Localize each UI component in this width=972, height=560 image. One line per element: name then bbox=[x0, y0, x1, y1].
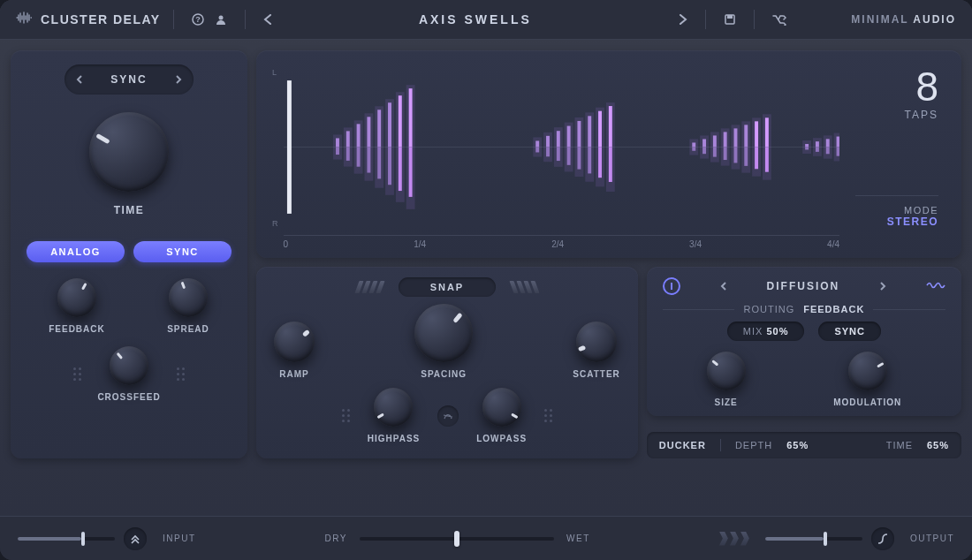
diffusion-power-button[interactable] bbox=[663, 277, 680, 295]
svg-rect-51 bbox=[598, 148, 602, 178]
spread-label: SPREAD bbox=[167, 324, 209, 334]
svg-rect-89 bbox=[836, 137, 839, 148]
diffusion-next-button[interactable] bbox=[876, 278, 890, 294]
axis-tick: 3/4 bbox=[689, 239, 702, 249]
svg-rect-90 bbox=[836, 148, 839, 156]
ducker-depth-value[interactable]: 65% bbox=[786, 440, 809, 450]
mix-control[interactable]: MIX50% bbox=[727, 322, 805, 341]
time-mode-prev[interactable] bbox=[68, 68, 91, 91]
svg-rect-71 bbox=[744, 125, 748, 147]
user-button[interactable] bbox=[209, 10, 232, 29]
dry-label: DRY bbox=[325, 534, 347, 543]
crossfeed-knob[interactable] bbox=[110, 346, 148, 385]
preset-name[interactable]: AXIS SWELLS bbox=[277, 12, 673, 26]
ramp-knob[interactable] bbox=[274, 322, 315, 362]
svg-rect-45 bbox=[577, 148, 581, 170]
svg-rect-56 bbox=[692, 142, 695, 147]
routing-label: ROUTING bbox=[743, 304, 794, 314]
decoration-stripes-icon bbox=[512, 281, 537, 293]
drag-handle-icon bbox=[544, 409, 552, 422]
time-knob[interactable] bbox=[89, 112, 169, 192]
filter-bypass-icon[interactable] bbox=[437, 405, 459, 427]
svg-rect-35 bbox=[546, 136, 550, 148]
svg-rect-41 bbox=[566, 126, 570, 148]
feedback-knob[interactable] bbox=[57, 278, 96, 317]
time-mode-stepper[interactable]: SYNC bbox=[65, 64, 193, 95]
svg-rect-54 bbox=[608, 148, 611, 182]
svg-rect-47 bbox=[588, 116, 591, 147]
size-label: SIZE bbox=[714, 397, 737, 407]
svg-rect-59 bbox=[702, 139, 706, 147]
time-knob-label: TIME bbox=[114, 204, 145, 216]
svg-rect-72 bbox=[744, 148, 748, 166]
highpass-knob[interactable] bbox=[374, 388, 413, 427]
ducker-time-value[interactable]: 65% bbox=[927, 440, 949, 450]
snap-button[interactable]: SNAP bbox=[399, 277, 497, 297]
drag-handle-icon bbox=[342, 409, 350, 422]
viz-mode-value[interactable]: STEREO bbox=[855, 216, 938, 228]
output-curve-button[interactable] bbox=[871, 527, 894, 550]
preset-next-button[interactable] bbox=[673, 11, 693, 28]
svg-rect-18 bbox=[367, 148, 370, 173]
help-button[interactable]: ? bbox=[186, 10, 209, 29]
input-expand-button[interactable] bbox=[124, 527, 147, 550]
svg-rect-74 bbox=[755, 121, 758, 147]
input-slider[interactable] bbox=[18, 537, 115, 541]
lowpass-knob[interactable] bbox=[482, 388, 521, 427]
analog-button[interactable]: ANALOG bbox=[27, 241, 125, 262]
lowpass-label: LOWPASS bbox=[476, 434, 527, 443]
svg-rect-11 bbox=[346, 131, 349, 147]
ducker-label: DUCKER bbox=[659, 440, 706, 450]
diffusion-prev-button[interactable] bbox=[717, 278, 731, 294]
svg-point-2 bbox=[218, 16, 223, 20]
channel-r-label: R bbox=[272, 219, 278, 228]
spacing-label: SPACING bbox=[421, 369, 467, 379]
spread-knob[interactable] bbox=[169, 278, 208, 317]
svg-rect-78 bbox=[764, 148, 768, 172]
svg-rect-39 bbox=[556, 148, 559, 162]
plugin-logo-icon bbox=[16, 11, 32, 27]
save-button[interactable] bbox=[718, 10, 741, 29]
wet-label: WET bbox=[566, 534, 590, 543]
svg-rect-27 bbox=[398, 148, 401, 192]
size-knob[interactable] bbox=[707, 352, 746, 390]
svg-rect-53 bbox=[608, 106, 611, 147]
brand-label: MINIMAL AUDIO bbox=[851, 13, 956, 26]
svg-rect-4 bbox=[727, 15, 733, 19]
svg-rect-75 bbox=[755, 148, 758, 170]
svg-rect-77 bbox=[764, 117, 768, 147]
ducker-bar[interactable]: DUCKER DEPTH 65% TIME 65% bbox=[647, 432, 961, 458]
axis-tick: 0 bbox=[284, 239, 289, 249]
svg-rect-14 bbox=[356, 124, 360, 147]
modulation-knob[interactable] bbox=[848, 352, 887, 390]
axis-tick: 1/4 bbox=[414, 239, 426, 249]
preset-prev-button[interactable] bbox=[258, 11, 277, 28]
time-mode-label: SYNC bbox=[91, 70, 166, 89]
taps-count[interactable]: 8 bbox=[905, 66, 938, 107]
drywet-slider[interactable] bbox=[360, 537, 554, 541]
taps-label: TAPS bbox=[905, 109, 938, 121]
highpass-label: HIGHPASS bbox=[368, 434, 421, 443]
routing-value[interactable]: FEEDBACK bbox=[803, 304, 864, 314]
spacing-knob[interactable] bbox=[414, 304, 473, 362]
svg-rect-38 bbox=[556, 131, 559, 147]
scatter-knob[interactable] bbox=[576, 322, 617, 362]
svg-rect-21 bbox=[377, 148, 381, 179]
output-slider[interactable] bbox=[765, 537, 862, 541]
svg-rect-42 bbox=[566, 148, 570, 165]
svg-rect-15 bbox=[356, 148, 360, 167]
sync-button[interactable]: SYNC bbox=[133, 241, 232, 262]
svg-rect-50 bbox=[598, 111, 602, 148]
crossfeed-label: CROSSFEED bbox=[97, 392, 160, 402]
svg-rect-30 bbox=[408, 148, 412, 197]
tap-visualizer[interactable] bbox=[284, 63, 840, 231]
shuffle-button[interactable] bbox=[767, 10, 792, 29]
diffusion-sync-button[interactable]: SYNC bbox=[818, 322, 881, 341]
svg-rect-86 bbox=[825, 139, 829, 147]
feedback-label: FEEDBACK bbox=[49, 324, 105, 334]
decoration-stripes-icon bbox=[357, 281, 383, 293]
svg-rect-62 bbox=[712, 135, 716, 147]
drag-handle-icon bbox=[177, 367, 185, 381]
time-mode-next[interactable] bbox=[167, 68, 190, 91]
svg-rect-17 bbox=[367, 117, 370, 147]
